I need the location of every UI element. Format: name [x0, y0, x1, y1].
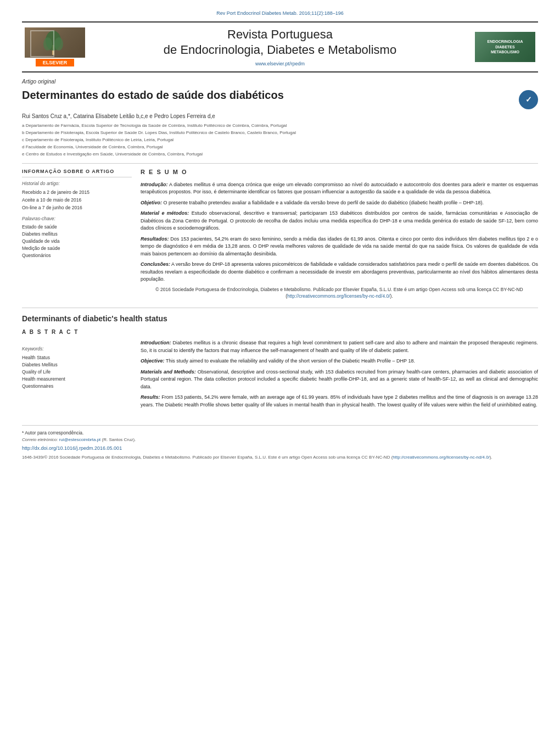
footer-section: * Autor para correspondência. Correio el… — [22, 425, 538, 460]
history-item-1: Aceite a 10 de maio de 2016 — [22, 197, 132, 204]
abstract-intro-label: Introduction: — [141, 340, 171, 345]
footer-email-label: Correio eletrónico: — [22, 437, 58, 442]
elsevier-logo-image — [25, 27, 85, 58]
resumo-res-label: Resultados: — [141, 236, 169, 242]
footer-doi-link[interactable]: http://dx.doi.org/10.1016/j.rpedm.2016.0… — [22, 445, 122, 451]
article-type: Artigo original — [22, 78, 538, 86]
keywords-eng-label: Keywords: — [22, 346, 132, 353]
left-col: INFORMAÇÃO SOBRE O ARTIGO Historial do a… — [22, 164, 132, 299]
keyword-eng-3: Health measurement — [22, 376, 132, 383]
resumo-con-text: A versão breve do DHP-18 apresenta valor… — [141, 261, 538, 282]
affiliation-c: c Departamento de Fisioterapia, Institut… — [22, 137, 538, 143]
two-col-english: Keywords: Health Status Diabetes Mellitu… — [22, 339, 538, 412]
footer-email-link[interactable]: rui@estescoimbrta.pt — [59, 437, 101, 442]
svg-point-2 — [43, 37, 52, 51]
right-logo-text: ENDOCRINOLOGIADIABETESMETABOLISMO — [488, 39, 523, 55]
right-col: R E S U M O Introdução: A diabetes melli… — [141, 164, 538, 299]
abstract-mat-label: Materials and Methods: — [141, 369, 196, 375]
history-item-0: Recebido a 2 de janeiro de 2015 — [22, 189, 132, 196]
copyright-text: © 2016 Sociedade Portuguesa de Endocrino… — [141, 287, 538, 300]
keyword-4: Questionários — [22, 253, 132, 259]
abstract-res-text: From 153 patients, 54.2% were female, wi… — [141, 394, 538, 408]
footnote-star: * Autor para correspondência. — [22, 430, 538, 437]
elsevier-label: ELSEVIER — [36, 59, 74, 67]
svg-point-3 — [54, 37, 63, 51]
resumo-con: Conclusões: A versão breve do DHP-18 apr… — [141, 261, 538, 283]
authors: Rui Santos Cruz a,*, Catarina Elisabete … — [22, 113, 538, 120]
abstract-intro-text: Diabetes mellitus is a chronic disease t… — [141, 340, 538, 353]
page: Rev Port Endocrinol Diabetes Metab. 2016… — [0, 0, 560, 742]
abstract-label: A B S T R A C T — [22, 328, 538, 336]
left-col-eng: Keywords: Health Status Diabetes Mellitu… — [22, 339, 132, 412]
journal-title: Revista Portuguesa de Endocrinologia, Di… — [88, 27, 472, 58]
crossmark-icon: ✓ — [519, 90, 538, 109]
resumo-intro-text: A diabetes mellitus é uma doença crónica… — [141, 182, 538, 195]
article-title-row: Determinantes do estado de saúde dos dia… — [22, 88, 538, 109]
abstract-res-label: Results: — [141, 394, 160, 400]
journal-bar: Rev Port Endocrinol Diabetes Metab. 2016… — [22, 10, 538, 17]
footer-issn-link[interactable]: http://creativecommons.org/licenses/by-n… — [393, 455, 490, 460]
footer-doi-line: http://dx.doi.org/10.1016/j.rpedm.2016.0… — [22, 445, 538, 452]
english-title: Determinants of diabetic's health status — [22, 314, 538, 325]
article-title: Determinantes do estado de saúde dos dia… — [22, 88, 513, 102]
affiliation-d: d Faculdade de Economia, Universidade de… — [22, 144, 538, 150]
resumo-mat-text: Estudo observacional, descritivo e trans… — [141, 210, 538, 231]
resumo-obj-label: Objetivo: — [141, 200, 162, 205]
english-section: Determinants of diabetic's health status… — [22, 308, 538, 412]
abstract-obj: Objective: This study aimed to evaluate … — [141, 358, 538, 365]
keyword-eng-1: Diabetes Mellitus — [22, 362, 132, 369]
svg-rect-0 — [52, 45, 54, 55]
footer-issn: 1646-3439/© 2016 Sociedade Portuguesa de… — [22, 454, 538, 460]
keywords-label: Palavras-chave: — [22, 216, 132, 222]
keyword-eng-2: Quality of Life — [22, 369, 132, 376]
affiliations: a Departamento de Farmácia, Escola Super… — [22, 122, 538, 158]
affiliation-b: b Departamento de Fisioterapia, Escola S… — [22, 130, 538, 136]
abstract-mat: Materials and Methods: Observational, de… — [141, 369, 538, 391]
keyword-3: Medição de saúde — [22, 246, 132, 252]
header-row: ELSEVIER Revista Portuguesa de Endocrino… — [22, 21, 538, 73]
abstract-obj-text: This study aimed to evaluate the reliabi… — [165, 358, 415, 364]
journal-citation: Rev Port Endocrinol Diabetes Metab. 2016… — [216, 10, 344, 16]
keyword-0: Estado de saúde — [22, 224, 132, 231]
resumo-res-text: Dos 153 pacientes, 54,2% eram do sexo fe… — [141, 236, 538, 256]
elsevier-tree-icon — [33, 29, 77, 56]
abstract-res: Results: From 153 patients, 54.2% were f… — [141, 394, 538, 409]
resumo-title: R E S U M O — [141, 168, 538, 176]
resumo-obj: Objetivo: O presente trabalho pretendeu … — [141, 199, 538, 207]
keyword-1: Diabetes mellitus — [22, 231, 132, 238]
keyword-eng-4: Questionnaires — [22, 383, 132, 390]
resumo-mat: Material e métodos: Estudo observacional… — [141, 210, 538, 232]
resumo-con-label: Conclusões: — [141, 261, 170, 267]
main-two-col: INFORMAÇÃO SOBRE O ARTIGO Historial do a… — [22, 163, 538, 299]
abstract-mat-text: Observational, descriptive and cross-sec… — [141, 369, 538, 389]
footer-email: Correio eletrónico: rui@estescoimbrta.pt… — [22, 437, 538, 443]
journal-url[interactable]: www.elsevier.pt/rpedm — [88, 60, 472, 68]
resumo-intro-label: Introdução: — [141, 182, 168, 187]
journal-right-logo: ENDOCRINOLOGIADIABETESMETABOLISMO — [475, 32, 535, 62]
journal-title-area: Revista Portuguesa de Endocrinologia, Di… — [88, 27, 472, 68]
resumo-res: Resultados: Dos 153 pacientes, 54,2% era… — [141, 236, 538, 258]
copyright-link[interactable]: http://creativecommons.org/licenses/by-n… — [287, 293, 390, 299]
history-item-2: On-line a 7 de junho de 2016 — [22, 205, 132, 211]
history-label: Historial do artigo: — [22, 181, 132, 187]
crossmark-badge: ✓ — [519, 90, 538, 109]
keyword-2: Qualidade de vida — [22, 238, 132, 245]
right-col-eng: Introduction: Diabetes mellitus is a chr… — [141, 339, 538, 412]
journal-right-logo-area: ENDOCRINOLOGIADIABETESMETABOLISMO — [472, 32, 538, 62]
affiliation-e: e Centro de Estudos e Investigação em Sa… — [22, 151, 538, 158]
resumo-obj-text: O presente trabalho pretendeu avaliar a … — [162, 200, 484, 205]
affiliation-a: a Departamento de Farmácia, Escola Super… — [22, 122, 538, 129]
abstract-intro: Introduction: Diabetes mellitus is a chr… — [141, 339, 538, 354]
keyword-eng-0: Health Status — [22, 355, 132, 361]
article-section: Artigo original Determinantes do estado … — [22, 78, 538, 158]
info-section-title: INFORMAÇÃO SOBRE O ARTIGO — [22, 168, 132, 177]
resumo-mat-label: Material e métodos: — [141, 210, 189, 216]
footer-email-name: (R. Santos Cruz). — [102, 437, 136, 442]
abstract-obj-label: Objective: — [141, 358, 165, 364]
resumo-intro: Introdução: A diabetes mellitus é uma do… — [141, 181, 538, 196]
elsevier-logo-area: ELSEVIER — [22, 27, 88, 67]
